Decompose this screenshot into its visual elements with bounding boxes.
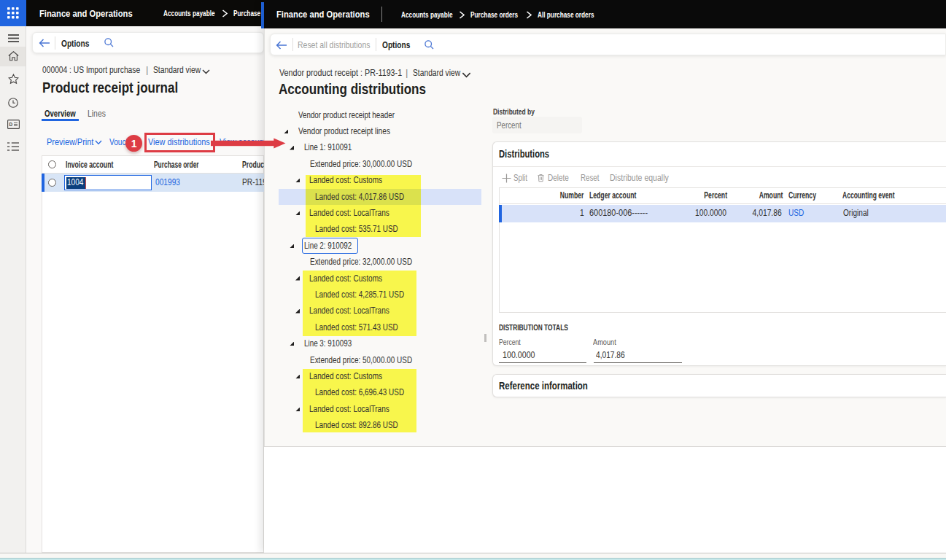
svg-text:D: D — [9, 122, 12, 127]
